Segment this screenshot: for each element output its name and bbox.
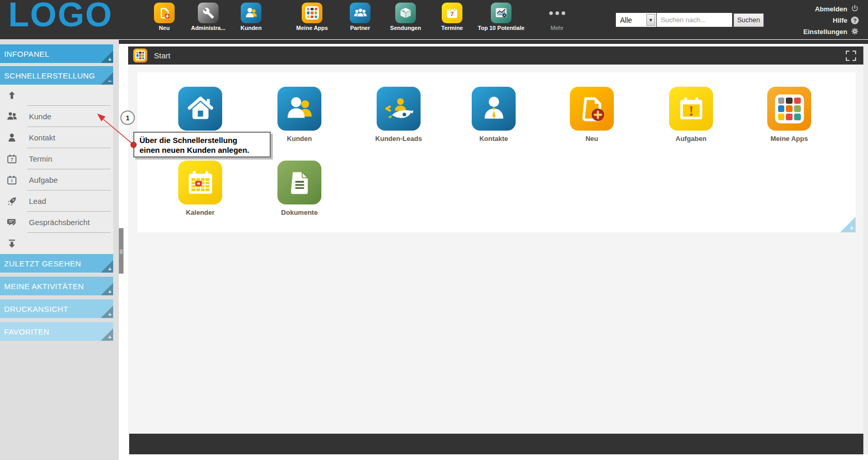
contact-icon <box>0 127 24 148</box>
search-button[interactable]: Suchen <box>734 13 764 27</box>
nav-item-top10-potentiale[interactable]: Top 10 Potentiale <box>475 3 527 31</box>
apps-grid-icon <box>302 3 322 23</box>
bottom-bar <box>129 434 863 454</box>
quick-item-lead[interactable]: Lead <box>0 191 113 212</box>
expand-toggle[interactable]: + <box>108 57 112 62</box>
session-links: Abmelden Hilfe ? Einstellungen <box>803 4 859 38</box>
expand-toggle[interactable]: + <box>108 312 112 318</box>
parcel-icon <box>395 3 416 23</box>
search-input[interactable] <box>657 13 732 27</box>
svg-text:!: ! <box>11 178 13 183</box>
svg-text:7: 7 <box>11 157 13 162</box>
start-tile-kalender[interactable]: Kalender <box>178 161 222 204</box>
nav-item-administration[interactable]: Administra... <box>185 3 231 31</box>
top-nav-bar: LOGO Neu Adm <box>0 0 868 39</box>
sidebar-section-schnellerstellung[interactable]: SCHNELLERSTELLUNG − <box>0 66 113 85</box>
nav-item-meine-apps[interactable]: Meine Apps <box>286 3 338 31</box>
expand-toggle[interactable]: + <box>108 266 112 272</box>
help-link[interactable]: Hilfe ? <box>803 15 859 26</box>
task-calendar-icon <box>669 87 713 131</box>
sidebar-section-favoriten[interactable]: FAVORITEN + <box>0 322 113 341</box>
nav-item-mehr[interactable]: Mehr <box>536 3 578 31</box>
tab-strip-bar <box>0 40 868 44</box>
nav-item-sendungen[interactable]: Sendungen <box>382 3 429 31</box>
scroll-up-row[interactable] <box>0 85 113 106</box>
start-tile-aufgaben[interactable]: Aufgaben <box>669 87 713 131</box>
start-tile-kunden-leads[interactable]: Kunden-Leads <box>377 87 421 131</box>
main-nav: Neu Administra... <box>144 3 578 31</box>
fullscreen-icon[interactable] <box>846 51 856 61</box>
app-window: LOGO Neu Adm <box>0 0 868 460</box>
search-area: Alle ▼ Suchen <box>616 13 764 27</box>
start-tile-neu[interactable]: Neu <box>570 87 614 131</box>
start-tile-dokumente[interactable]: Dokumente <box>277 161 321 204</box>
document-icon <box>277 161 321 204</box>
nav-item-termine[interactable]: 7 Termine <box>429 3 475 31</box>
settings-link[interactable]: Einstellungen <box>803 26 859 37</box>
logout-link[interactable]: Abmelden <box>803 4 859 14</box>
expand-toggle[interactable]: + <box>108 335 112 340</box>
power-icon <box>851 5 859 14</box>
collapse-toggle[interactable]: − <box>108 78 112 84</box>
ellipsis-icon <box>549 3 565 23</box>
customers-icon <box>241 3 261 23</box>
new-document-icon <box>570 87 614 131</box>
quick-item-gespraechsbericht[interactable]: Gesprächsbericht <box>0 212 113 233</box>
arrow-down-icon <box>0 233 24 254</box>
contact-tie-icon <box>472 87 516 131</box>
nav-item-kunden[interactable]: Kunden <box>231 3 271 31</box>
new-document-icon <box>154 3 175 23</box>
sidebar-section-zuletzt-gesehen[interactable]: ZULETZT GESEHEN + <box>0 254 113 273</box>
scroll-down-row[interactable] <box>0 233 113 254</box>
tab-start[interactable]: Start <box>133 49 171 62</box>
apps-grid-icon <box>767 87 811 131</box>
customer-icon <box>0 106 24 127</box>
search-scope-value: Alle <box>620 16 632 24</box>
partner-group-icon <box>350 3 370 23</box>
quick-item-aufgabe[interactable]: ! Aufgabe <box>0 169 113 191</box>
annotation-arrow <box>93 108 140 150</box>
calendar-7-icon: 7 <box>442 3 462 23</box>
right-scrollbar-track[interactable] <box>863 44 868 454</box>
arrow-up-icon <box>0 85 24 106</box>
gear-icon <box>851 27 859 37</box>
sidebar-scrollbar-handle[interactable] <box>119 228 123 274</box>
home-icon <box>178 87 222 131</box>
search-scope-select[interactable]: Alle ▼ <box>616 13 656 27</box>
chart-gear-icon <box>491 3 512 23</box>
nav-item-neu[interactable]: Neu <box>144 3 185 31</box>
quick-item-termin[interactable]: 7 Termin <box>0 148 113 169</box>
lead-rocket-person-icon <box>377 87 421 131</box>
calendar-grid-icon <box>178 161 222 204</box>
start-tile-home[interactable] <box>178 87 222 131</box>
wrench-icon <box>198 3 219 23</box>
sidebar-section-druckansicht[interactable]: DRUCKANSICHT + <box>0 299 113 318</box>
app-logo: LOGO <box>8 0 113 34</box>
expand-toggle[interactable]: + <box>108 289 112 295</box>
annotation-tooltip: Über die Schnellerstellung einen neuen K… <box>133 132 271 157</box>
customers-icon <box>277 87 321 131</box>
appointment-calendar-icon: 7 <box>0 148 24 169</box>
panel-expand-toggle: + <box>850 225 854 232</box>
nav-item-partner[interactable]: Partner <box>338 3 382 31</box>
apps-grid-icon <box>133 49 147 62</box>
task-calendar-icon: ! <box>0 169 24 191</box>
start-page: Kunden Kunden-Leads <box>128 65 863 434</box>
sidebar-section-infopanel[interactable]: INFOPANEL + <box>0 44 113 63</box>
start-tile-kontakte[interactable]: Kontakte <box>472 87 516 131</box>
tab-bar: Start <box>128 46 863 65</box>
tab-title: Start <box>154 51 171 60</box>
conversation-note-icon <box>0 212 24 233</box>
rocket-icon <box>0 191 24 212</box>
start-tile-kunden[interactable]: Kunden <box>277 87 321 131</box>
help-icon: ? <box>851 17 859 24</box>
chevron-down-icon[interactable]: ▼ <box>646 14 655 26</box>
svg-text:7: 7 <box>451 11 454 17</box>
sidebar-section-meine-aktivitaeten[interactable]: MEINE AKTIVITÄTEN + <box>0 277 113 295</box>
start-tile-meine-apps[interactable]: Meine Apps <box>767 87 811 131</box>
